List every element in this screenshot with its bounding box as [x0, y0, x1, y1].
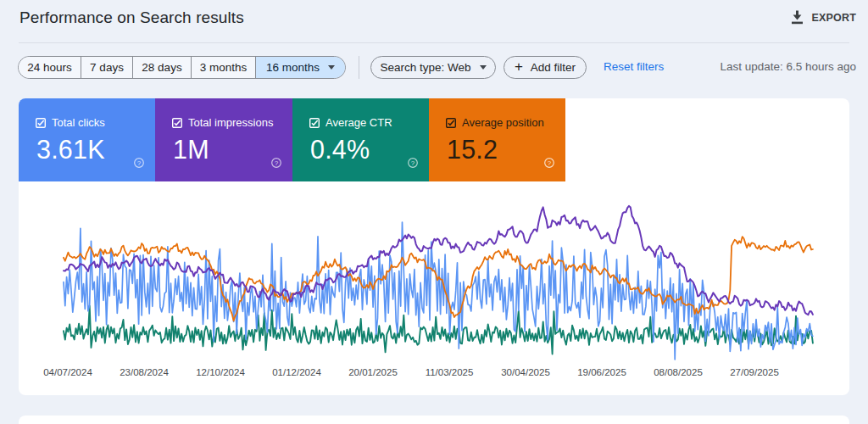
svg-text:?: ? — [137, 159, 142, 167]
svg-text:27/09/2025: 27/09/2025 — [730, 367, 779, 377]
svg-text:?: ? — [411, 159, 415, 167]
svg-text:19/06/2025: 19/06/2025 — [577, 367, 626, 377]
svg-text:04/07/2024: 04/07/2024 — [43, 367, 92, 377]
svg-text:11/03/2025: 11/03/2025 — [426, 367, 474, 377]
svg-text:23/08/2024: 23/08/2024 — [120, 367, 169, 377]
svg-text:20/01/2025: 20/01/2025 — [348, 367, 398, 377]
svg-text:?: ? — [548, 159, 552, 167]
svg-text:01/12/2024: 01/12/2024 — [272, 367, 321, 377]
svg-text:?: ? — [275, 159, 279, 167]
svg-text:12/10/2024: 12/10/2024 — [196, 367, 245, 377]
svg-text:08/08/2025: 08/08/2025 — [654, 367, 703, 377]
svg-text:30/04/2025: 30/04/2025 — [501, 367, 550, 377]
